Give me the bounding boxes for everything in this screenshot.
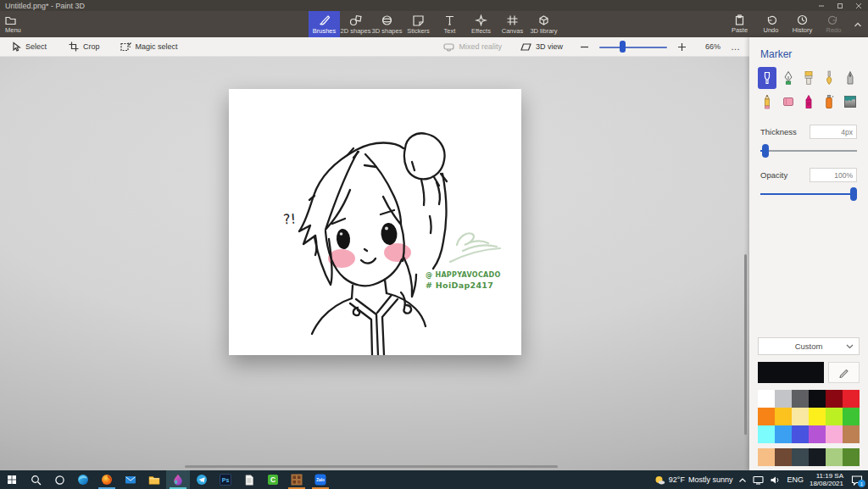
- palette-swatch[interactable]: [775, 408, 792, 425]
- cortana-button[interactable]: [47, 470, 71, 489]
- drawing-canvas[interactable]: ?! @ HAPPYAVOCADO # HoiDap2417: [229, 89, 521, 355]
- zoom-level[interactable]: 66%: [705, 42, 721, 51]
- brush-pixel-pen[interactable]: [841, 67, 860, 89]
- zoom-slider-thumb[interactable]: [620, 41, 626, 53]
- paste-button[interactable]: Paste: [724, 11, 755, 37]
- brush-fill[interactable]: [841, 91, 860, 113]
- brush-marker[interactable]: [758, 67, 776, 89]
- opacity-input[interactable]: 100%: [810, 168, 857, 182]
- taskbar-search-button[interactable]: [24, 470, 47, 489]
- tab-3d-library[interactable]: 3D library: [528, 11, 559, 37]
- zoom-in-button[interactable]: [677, 42, 687, 52]
- 3d-view-button[interactable]: 3D view: [520, 42, 563, 52]
- palette-swatch[interactable]: [792, 425, 809, 443]
- palette-swatch[interactable]: [792, 408, 809, 425]
- custom-swatch[interactable]: [826, 448, 843, 466]
- taskbar-tiles-app[interactable]: [285, 470, 309, 489]
- thickness-slider[interactable]: [760, 144, 857, 158]
- menu-button[interactable]: Menu: [5, 11, 41, 37]
- taskbar-paint-3d[interactable]: [166, 470, 190, 489]
- palette-swatch[interactable]: [809, 408, 826, 425]
- tab-effects[interactable]: Effects: [465, 11, 497, 37]
- redo-button[interactable]: Redo: [818, 11, 849, 37]
- taskbar-mail[interactable]: [119, 470, 142, 489]
- volume-icon[interactable]: [770, 475, 781, 485]
- zoom-slider[interactable]: [599, 41, 667, 53]
- svg-text:Zalo: Zalo: [316, 478, 325, 482]
- taskbar-zalo[interactable]: Zalo: [309, 470, 332, 489]
- network-icon[interactable]: [753, 475, 764, 485]
- palette-swatch[interactable]: [792, 390, 809, 408]
- palette-swatch[interactable]: [758, 425, 775, 443]
- zoom-out-button[interactable]: [580, 42, 589, 52]
- taskbar-camtasia[interactable]: C: [261, 470, 285, 489]
- taskbar-photoshop[interactable]: Ps: [214, 470, 237, 489]
- palette-swatch[interactable]: [809, 390, 826, 408]
- more-options-button[interactable]: …: [731, 42, 741, 52]
- taskbar-file-explorer[interactable]: [142, 470, 166, 489]
- mixed-reality-button[interactable]: Mixed reality: [443, 42, 502, 52]
- thickness-slider-thumb[interactable]: [762, 144, 769, 158]
- crop-button[interactable]: Crop: [69, 42, 100, 52]
- custom-swatch[interactable]: [843, 448, 860, 466]
- custom-swatch[interactable]: [792, 448, 809, 466]
- brush-crayon[interactable]: [799, 91, 818, 113]
- thickness-input[interactable]: 4px: [810, 125, 857, 139]
- maximize-button[interactable]: [831, 0, 849, 11]
- palette-swatch[interactable]: [826, 408, 843, 425]
- tab-canvas[interactable]: Canvas: [497, 11, 528, 37]
- edge-icon: [77, 474, 89, 486]
- palette-swatch[interactable]: [843, 408, 860, 425]
- taskbar-notepad[interactable]: [237, 470, 261, 489]
- opacity-slider-thumb[interactable]: [850, 187, 857, 201]
- palette-swatch[interactable]: [826, 425, 843, 443]
- shapes-3d-icon: [381, 14, 393, 26]
- brush-eraser[interactable]: [778, 91, 797, 113]
- workspace[interactable]: ?! @ HAPPYAVOCADO # HoiDap2417: [0, 57, 749, 470]
- credit-tag: # HoiDap2417: [426, 281, 493, 290]
- opacity-slider[interactable]: [760, 187, 857, 201]
- tab-text[interactable]: Text: [434, 11, 465, 37]
- palette-swatch[interactable]: [758, 390, 775, 408]
- palette-swatch[interactable]: [826, 390, 843, 408]
- brush-pencil[interactable]: [758, 91, 776, 113]
- palette-swatch[interactable]: [843, 390, 860, 408]
- select-button[interactable]: Select: [12, 42, 47, 52]
- tab-2d-shapes[interactable]: 2D shapes: [340, 11, 371, 37]
- magic-select-button[interactable]: Magic select: [120, 42, 178, 52]
- minimize-button[interactable]: [812, 0, 831, 11]
- brush-watercolour[interactable]: [820, 67, 838, 89]
- close-button[interactable]: [849, 0, 868, 11]
- palette-swatch[interactable]: [758, 408, 775, 425]
- taskbar-firefox[interactable]: [95, 470, 119, 489]
- brush-oil-brush[interactable]: [799, 67, 818, 89]
- start-button[interactable]: [0, 470, 24, 489]
- collapse-ribbon-button[interactable]: [849, 21, 866, 28]
- taskbar-telegram[interactable]: [190, 470, 214, 489]
- clock[interactable]: 11:19 SA 18/08/2021: [810, 472, 843, 487]
- palette-dropdown[interactable]: Custom: [758, 337, 860, 355]
- color-picker-button[interactable]: [828, 362, 860, 383]
- undo-button[interactable]: Undo: [755, 11, 787, 37]
- palette-swatch[interactable]: [775, 425, 792, 443]
- taskbar-edge[interactable]: [71, 470, 95, 489]
- history-button[interactable]: History: [787, 11, 818, 37]
- palette-swatch[interactable]: [809, 425, 826, 443]
- brush-spray-can[interactable]: [820, 91, 838, 113]
- tab-3d-shapes[interactable]: 3D shapes: [371, 11, 403, 37]
- custom-swatch[interactable]: [809, 448, 826, 466]
- palette-swatch[interactable]: [843, 425, 860, 443]
- custom-swatch[interactable]: [775, 448, 792, 466]
- tray-chevron-up-icon[interactable]: [738, 477, 747, 483]
- action-center-button[interactable]: 1: [849, 472, 865, 487]
- tab-brushes[interactable]: Brushes: [309, 11, 340, 37]
- horizontal-scrollbar[interactable]: [185, 465, 558, 468]
- language-indicator[interactable]: ENG: [787, 475, 804, 484]
- vertical-scrollbar[interactable]: [744, 254, 747, 435]
- palette-swatch[interactable]: [775, 390, 792, 408]
- brush-calligraphy-pen[interactable]: [778, 67, 797, 89]
- current-color-swatch[interactable]: [758, 362, 824, 383]
- tab-stickers[interactable]: Stickers: [403, 11, 434, 37]
- weather-widget[interactable]: 92°F Mostly sunny: [654, 475, 733, 486]
- custom-swatch[interactable]: [758, 448, 775, 466]
